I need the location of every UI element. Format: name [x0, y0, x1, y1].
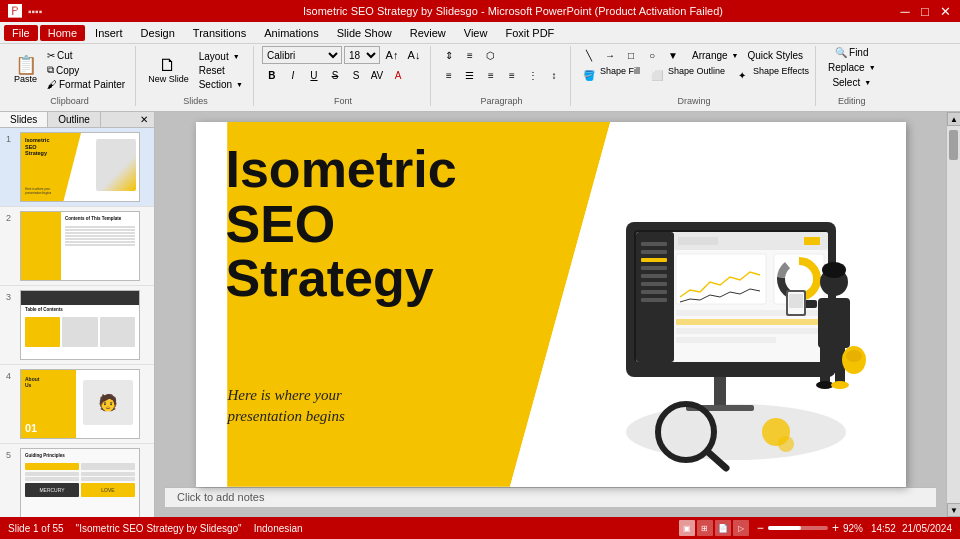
zoom-in-button[interactable]: +	[832, 521, 839, 535]
scroll-down-button[interactable]: ▼	[947, 503, 960, 517]
vertical-scrollbar[interactable]: ▲ ▼	[946, 112, 960, 517]
scroll-up-button[interactable]: ▲	[947, 112, 960, 126]
normal-view-button[interactable]: ▣	[679, 520, 695, 536]
new-slide-icon: 🗋	[159, 56, 177, 74]
copy-button[interactable]: ⧉ Copy	[43, 63, 129, 77]
select-button[interactable]: Select▼	[828, 76, 875, 89]
shape-line-button[interactable]: ╲	[579, 46, 599, 64]
menu-slideshow[interactable]: Slide Show	[329, 25, 400, 41]
convert-smartart-button[interactable]: ⬡	[481, 46, 501, 64]
underline-button[interactable]: U	[304, 66, 324, 84]
line-spacing-button[interactable]: ↕	[544, 66, 564, 84]
slide-preview-3: Table of Contents	[20, 290, 140, 360]
slide-subtitle: Here is where yourpresentation begins	[228, 385, 345, 427]
svg-point-30	[822, 262, 846, 278]
shadow-button[interactable]: S	[346, 66, 366, 84]
align-text-button[interactable]: ≡	[460, 46, 480, 64]
minimize-button[interactable]: ─	[898, 4, 912, 18]
menu-file[interactable]: File	[4, 25, 38, 41]
slideshow-button[interactable]: ▷	[733, 520, 749, 536]
svg-rect-10	[641, 250, 667, 254]
file-name: "Isometric SEO Strategy by Slidesgo"	[76, 523, 242, 534]
main-area: Slides Outline ✕ 1 IsometricSEOStrategy …	[0, 112, 960, 517]
menu-design[interactable]: Design	[133, 25, 183, 41]
menu-view[interactable]: View	[456, 25, 496, 41]
align-right-button[interactable]: ≡	[481, 66, 501, 84]
menu-home[interactable]: Home	[40, 25, 85, 41]
panel-close-button[interactable]: ✕	[134, 112, 154, 127]
slide-thumb-5[interactable]: 5 Guiding Principles MERCURY LOVE	[0, 444, 154, 517]
slide-thumb-2[interactable]: 2 Contents of This Template	[0, 207, 154, 286]
zoom-control: − + 92%	[757, 521, 863, 535]
slides-tab[interactable]: Slides	[0, 112, 48, 127]
format-painter-icon: 🖌	[47, 79, 57, 90]
menu-transitions[interactable]: Transitions	[185, 25, 254, 41]
svg-point-44	[666, 412, 706, 452]
decrease-font-button[interactable]: A↓	[404, 46, 424, 64]
drawing-group: ╲ → □ ○ ▼ Arrange▼ Quick Styles 🪣 Shape …	[573, 46, 816, 106]
zoom-out-button[interactable]: −	[757, 521, 764, 535]
isometric-illustration-svg	[586, 142, 886, 482]
strikethrough-button[interactable]: S	[325, 66, 345, 84]
menu-foxit[interactable]: Foxit PDF	[497, 25, 562, 41]
slide-preview-2: Contents of This Template	[20, 211, 140, 281]
reset-button[interactable]: Reset	[195, 64, 247, 77]
title-bar: 🅿 ▪▪▪▪ Isometric SEO Strategy by Slidesg…	[0, 0, 960, 22]
replace-button[interactable]: Replace▼	[824, 61, 880, 74]
close-button[interactable]: ✕	[938, 4, 952, 18]
window-controls[interactable]: ─ □ ✕	[898, 4, 952, 18]
slide-sorter-button[interactable]: ⊞	[697, 520, 713, 536]
find-button[interactable]: 🔍 Find	[831, 46, 872, 59]
font-family-select[interactable]: Calibri	[262, 46, 342, 64]
layout-button[interactable]: Layout▼	[195, 50, 247, 63]
increase-font-button[interactable]: A↑	[382, 46, 402, 64]
view-buttons: ▣ ⊞ 📄 ▷	[679, 520, 749, 536]
font-color-button[interactable]: A	[388, 66, 408, 84]
svg-rect-39	[789, 294, 803, 308]
char-spacing-button[interactable]: AV	[367, 66, 387, 84]
svg-rect-26	[676, 319, 824, 325]
section-button[interactable]: Section▼	[195, 78, 247, 91]
shape-fill-button[interactable]: 🪣	[579, 66, 599, 84]
font-size-select[interactable]: 18	[344, 46, 380, 64]
notes-bar[interactable]: Click to add notes	[165, 487, 936, 507]
outline-tab[interactable]: Outline	[48, 112, 101, 127]
paste-button[interactable]: 📋 Paste	[10, 54, 41, 86]
bold-button[interactable]: B	[262, 66, 282, 84]
shape-oval-button[interactable]: ○	[642, 46, 662, 64]
slide-thumb-1[interactable]: 1 IsometricSEOStrategy Here is where you…	[0, 128, 154, 207]
columns-button[interactable]: ⋮	[523, 66, 543, 84]
format-painter-button[interactable]: 🖌 Format Painter	[43, 78, 129, 91]
justify-button[interactable]: ≡	[502, 66, 522, 84]
align-center-button[interactable]: ☰	[460, 66, 480, 84]
shape-arrow-button[interactable]: →	[600, 46, 620, 64]
date: 21/05/2024	[902, 523, 952, 534]
text-direction-button[interactable]: ⇕	[439, 46, 459, 64]
main-slide[interactable]: Isometric SEO Strategy Here is where you…	[196, 122, 906, 487]
status-bar: Slide 1 of 55 "Isometric SEO Strategy by…	[0, 517, 960, 539]
shape-more-button[interactable]: ▼	[663, 46, 683, 64]
shape-rect-button[interactable]: □	[621, 46, 641, 64]
slide-thumb-3[interactable]: 3 Table of Contents	[0, 286, 154, 365]
shape-effects-label: Shape Effects	[753, 66, 809, 84]
arrange-button[interactable]: Arrange▼	[688, 46, 743, 64]
new-slide-button[interactable]: 🗋 New Slide	[144, 54, 193, 86]
find-icon: 🔍	[835, 47, 847, 58]
slide-preview-5: Guiding Principles MERCURY LOVE	[20, 448, 140, 517]
italic-button[interactable]: I	[283, 66, 303, 84]
reading-view-button[interactable]: 📄	[715, 520, 731, 536]
scroll-thumb[interactable]	[949, 130, 958, 160]
zoom-slider[interactable]	[768, 526, 828, 530]
cut-button[interactable]: ✂ Cut	[43, 49, 129, 62]
align-left-button[interactable]: ≡	[439, 66, 459, 84]
menu-review[interactable]: Review	[402, 25, 454, 41]
maximize-button[interactable]: □	[918, 4, 932, 18]
shape-effects-button[interactable]: ✦	[732, 66, 752, 84]
menu-insert[interactable]: Insert	[87, 25, 131, 41]
menu-animations[interactable]: Animations	[256, 25, 326, 41]
shape-outline-button[interactable]: ⬜	[647, 66, 667, 84]
quick-styles-button[interactable]: Quick Styles	[744, 46, 808, 64]
svg-point-35	[831, 381, 849, 389]
slide-thumb-4[interactable]: 4 AboutUs 01 🧑	[0, 365, 154, 444]
menu-bar: File Home Insert Design Transitions Anim…	[0, 22, 960, 44]
